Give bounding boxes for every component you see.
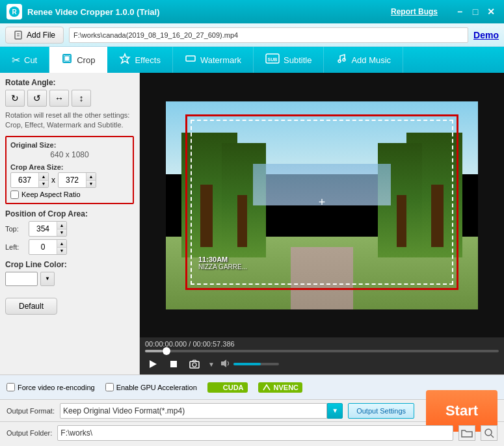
svg-marker-13 xyxy=(150,360,157,368)
seek-bar[interactable] xyxy=(145,350,499,352)
default-button[interactable]: Default xyxy=(5,298,57,315)
tab-watermark[interactable]: Watermark xyxy=(173,47,254,73)
folder-label: Output Folder: xyxy=(7,429,52,437)
volume-track[interactable] xyxy=(233,363,279,365)
volume-icon xyxy=(220,359,231,370)
tab-crop[interactable]: Crop xyxy=(49,47,107,73)
keep-aspect-checkbox[interactable] xyxy=(10,190,19,199)
top-down[interactable]: ▼ xyxy=(57,229,66,236)
crop-width-spinners: ▲ ▼ xyxy=(38,173,48,187)
color-dropdown-button[interactable]: ▼ xyxy=(40,272,55,286)
seek-thumb[interactable] xyxy=(163,347,170,355)
video-frame: + 11:30AM NIZZA GARRE... xyxy=(166,101,478,309)
format-select[interactable] xyxy=(60,403,327,419)
svg-rect-8 xyxy=(186,56,195,61)
color-section: Crop Line Color: ▼ xyxy=(5,260,134,286)
format-dropdown-button[interactable]: ▼ xyxy=(327,403,343,419)
top-up[interactable]: ▲ xyxy=(57,222,66,229)
top-label: Top: xyxy=(5,225,25,233)
video-area: + 11:30AM NIZZA GARRE... xyxy=(140,73,504,337)
close-button[interactable]: ✕ xyxy=(484,5,497,18)
aspect-ratio-checkbox-row: Keep Aspect Ratio xyxy=(10,190,129,199)
folder-input[interactable] xyxy=(57,425,453,441)
crop-width-input[interactable] xyxy=(11,174,38,186)
svg-text:R: R xyxy=(12,8,17,16)
search-folder-button[interactable] xyxy=(481,425,497,441)
output-settings-button[interactable]: Output Settings xyxy=(348,403,414,419)
demo-link[interactable]: Demo xyxy=(473,30,499,40)
svg-marker-17 xyxy=(221,360,226,367)
enable-gpu-item: Enable GPU Acceleration xyxy=(105,383,197,391)
crop-height-spinners: ▲ ▼ xyxy=(86,173,96,187)
rotation-note: Rotation will reset all the other settin… xyxy=(5,111,134,131)
seek-fill xyxy=(145,350,163,352)
overlay-time: 11:30AM xyxy=(198,256,247,263)
toolbar: Add File F:\works\canada(2019_08_19_16_2… xyxy=(0,23,504,47)
add-file-button[interactable]: Add File xyxy=(5,27,64,44)
left-row: Left: ▲ ▼ xyxy=(5,239,134,255)
svg-point-19 xyxy=(485,429,492,436)
output-folder-bar: Output Folder: xyxy=(0,421,504,443)
volume-fill xyxy=(233,363,261,365)
rotate-ccw-button[interactable]: ↺ xyxy=(27,90,47,107)
size-box: Original Size: 640 x 1080 Crop Area Size… xyxy=(5,136,134,204)
tab-subtitle[interactable]: SUB Subtitle xyxy=(254,47,324,73)
top-input-wrap: ▲ ▼ xyxy=(29,221,67,237)
snapshot-dropdown[interactable]: ▼ xyxy=(207,356,215,372)
search-icon xyxy=(484,428,494,438)
crop-height-input[interactable] xyxy=(59,174,86,186)
crop-width-input-wrap: ▲ ▼ xyxy=(10,172,49,188)
crop-width-down[interactable]: ▼ xyxy=(39,180,48,187)
maximize-button[interactable]: □ xyxy=(469,5,482,18)
video-controls: 00:00:00.000 / 00:00:57.386 ▼ xyxy=(140,337,504,374)
rotate-cw-button[interactable]: ↻ xyxy=(5,90,25,107)
crop-area-row: ▲ ▼ x ▲ ▼ xyxy=(10,172,129,188)
crop-height-down[interactable]: ▼ xyxy=(86,180,96,187)
top-input[interactable] xyxy=(29,223,57,235)
svg-text:SUB: SUB xyxy=(268,57,278,62)
tab-effects[interactable]: Effects xyxy=(107,47,173,73)
format-label: Output Format: xyxy=(7,407,55,415)
rotate-buttons-group: ↻ ↺ ↔ ↕ xyxy=(5,90,134,107)
crop-height-up[interactable]: ▲ xyxy=(86,173,96,180)
main-content: Rotate Angle: ↻ ↺ ↔ ↕ Rotation will rese… xyxy=(0,73,504,374)
svg-line-20 xyxy=(491,435,494,438)
app-title: Renee Video Cropper 1.0.0 (Trial) xyxy=(27,7,391,17)
folder-icon xyxy=(461,428,473,438)
minimize-button[interactable]: − xyxy=(453,5,466,18)
tab-cut[interactable]: ✂ Cut xyxy=(0,47,49,73)
nvenc-icon xyxy=(262,384,271,391)
color-swatch[interactable] xyxy=(5,272,38,286)
left-up[interactable]: ▲ xyxy=(57,240,66,247)
crop-icon xyxy=(61,53,73,67)
force-reencode-item: Force video re-encoding xyxy=(7,383,95,391)
position-section: Position of Crop Area: Top: ▲ ▼ Left: ▲ xyxy=(5,209,134,255)
crop-width-up[interactable]: ▲ xyxy=(39,173,48,180)
playback-row: ▼ xyxy=(145,356,499,372)
svg-point-16 xyxy=(192,363,196,367)
left-input-wrap: ▲ ▼ xyxy=(29,239,67,255)
tab-add-music[interactable]: Add Music xyxy=(324,47,403,73)
force-reencode-label: Force video re-encoding xyxy=(18,384,95,391)
cuda-badge: CUDA xyxy=(207,382,248,393)
play-button[interactable] xyxy=(145,356,161,372)
svg-rect-6 xyxy=(64,56,70,61)
snapshot-button[interactable] xyxy=(187,356,202,372)
crop-height-input-wrap: ▲ ▼ xyxy=(58,172,96,188)
nav-tabs: ✂ Cut Crop Effects Watermark SUB Subtitl… xyxy=(0,47,504,73)
stop-button[interactable] xyxy=(166,356,181,372)
left-down[interactable]: ▼ xyxy=(57,247,66,254)
music-icon xyxy=(336,53,347,67)
left-input[interactable] xyxy=(29,241,57,253)
flip-h-button[interactable]: ↔ xyxy=(49,90,69,107)
report-bugs-link[interactable]: Report Bugs xyxy=(391,7,438,16)
overlay-location: NIZZA GARRE... xyxy=(198,263,247,270)
force-reencode-checkbox[interactable] xyxy=(7,383,15,391)
enable-gpu-checkbox[interactable] xyxy=(105,383,114,391)
browse-folder-button[interactable] xyxy=(458,425,475,441)
left-panel: Rotate Angle: ↻ ↺ ↔ ↕ Rotation will rese… xyxy=(0,73,140,374)
bottom-combined: Force video re-encoding Enable GPU Accel… xyxy=(0,374,504,443)
volume-slider xyxy=(220,359,279,370)
flip-v-button[interactable]: ↕ xyxy=(72,90,91,107)
file-path-display: F:\works\canada(2019_08_19_16_20_27_609)… xyxy=(69,27,468,43)
